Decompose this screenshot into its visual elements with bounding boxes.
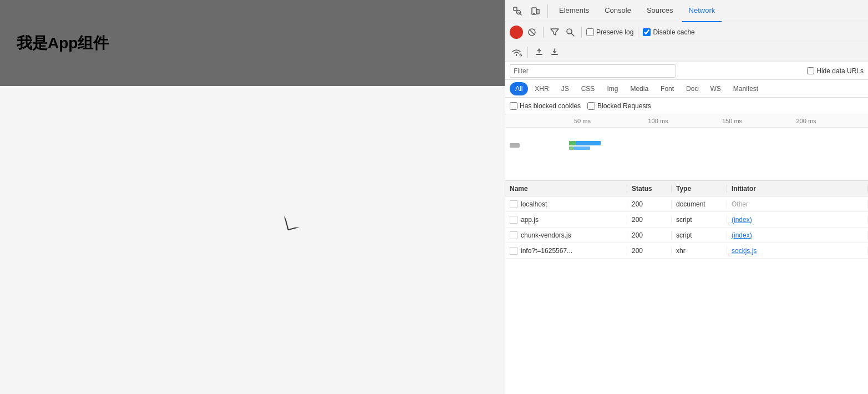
devtools-topbar: Elements Console Sources Network	[505, 0, 868, 22]
filter-input[interactable]	[510, 64, 676, 78]
tab-elements[interactable]: Elements	[552, 0, 596, 22]
blocked-requests-label[interactable]: Blocked Requests	[587, 102, 651, 110]
table-row[interactable]: localhost200documentOther	[505, 196, 868, 212]
file-icon	[510, 200, 517, 208]
has-blocked-cookies-checkbox[interactable]	[510, 102, 517, 110]
has-blocked-cookies-text: Has blocked cookies	[520, 102, 581, 110]
blocked-requests-checkbox[interactable]	[587, 102, 595, 110]
app-title: 我是App组件	[17, 33, 109, 54]
td-status: 200	[627, 231, 672, 239]
svg-rect-17	[569, 141, 576, 145]
preserve-log-checkbox[interactable]	[586, 28, 594, 36]
disable-cache-text: Disable cache	[653, 28, 694, 36]
timeline-area: 50 ms100 ms150 ms200 ms	[505, 114, 868, 181]
table-body: localhost200documentOtherapp.js200script…	[505, 196, 868, 259]
table-header: Name Status Type Initiator	[505, 181, 868, 196]
svg-rect-4	[537, 9, 539, 14]
toolbar-sep-3	[581, 27, 582, 38]
td-initiator: sockjs.js	[727, 247, 868, 255]
svg-rect-16	[510, 143, 520, 148]
toolbar-sep-4	[638, 27, 638, 38]
app-body	[0, 86, 505, 394]
td-type: script	[672, 231, 727, 239]
td-name: app.js	[505, 216, 627, 224]
td-status: 200	[627, 216, 672, 224]
import-har-button[interactable]	[532, 46, 546, 59]
filter-bar: Hide data URLs	[505, 62, 868, 80]
svg-line-9	[571, 33, 574, 36]
type-filter-css[interactable]: CSS	[576, 82, 601, 95]
network-table: Name Status Type Initiator localhost200d…	[505, 181, 868, 394]
td-initiator: Other	[727, 200, 868, 208]
timeline-tick: 150 ms	[720, 118, 794, 124]
timeline-tick: 200 ms	[794, 118, 869, 124]
type-filter-js[interactable]: JS	[556, 82, 575, 95]
timeline-header: 50 ms100 ms150 ms200 ms	[505, 114, 868, 128]
devtools-panel: Elements Console Sources Network	[505, 0, 868, 394]
hide-data-urls-checkbox[interactable]	[807, 67, 814, 74]
blocked-requests-text: Blocked Requests	[597, 102, 651, 110]
type-filter-media[interactable]: Media	[625, 82, 654, 95]
timeline-content	[505, 128, 868, 181]
timeline-tick: 50 ms	[572, 118, 646, 124]
td-initiator: (index)	[727, 216, 868, 224]
preserve-log-label[interactable]: Preserve log	[586, 28, 633, 36]
has-blocked-cookies-label[interactable]: Has blocked cookies	[510, 102, 581, 110]
device-toolbar-button[interactable]	[527, 3, 543, 19]
type-filter-font[interactable]: Font	[655, 82, 679, 95]
svg-rect-14	[551, 54, 558, 55]
table-row[interactable]: info?t=1625567...200xhrsockjs.js	[505, 243, 868, 259]
td-name: chunk-vendors.js	[505, 231, 627, 239]
table-row[interactable]: chunk-vendors.js200script(index)	[505, 228, 868, 243]
disable-cache-checkbox[interactable]	[643, 28, 651, 36]
tab-sources[interactable]: Sources	[640, 0, 680, 22]
toolbar-sep-5	[527, 47, 528, 58]
td-status: 200	[627, 200, 672, 208]
file-icon	[510, 247, 517, 255]
svg-line-7	[530, 31, 534, 34]
type-filter-img[interactable]: Img	[601, 82, 623, 95]
type-filter-xhr[interactable]: XHR	[529, 82, 554, 95]
network-toolbar: Preserve log Disable cache	[505, 22, 868, 42]
filter-button[interactable]	[548, 26, 561, 39]
inspect-element-button[interactable]	[510, 3, 525, 19]
export-har-button[interactable]	[548, 46, 561, 59]
svg-rect-0	[514, 7, 517, 11]
svg-rect-18	[576, 141, 601, 145]
td-name: localhost	[505, 200, 627, 208]
preserve-log-text: Preserve log	[596, 28, 633, 36]
th-name: Name	[505, 185, 627, 193]
type-filter-manifest[interactable]: Manifest	[728, 82, 764, 95]
app-header: 我是App组件	[0, 0, 505, 86]
toolbar-sep-2	[543, 27, 544, 38]
type-filter-all[interactable]: All	[510, 82, 528, 95]
table-row[interactable]: app.js200script(index)	[505, 212, 868, 228]
hide-data-urls-text: Hide data URLs	[816, 67, 864, 75]
hide-data-urls-label[interactable]: Hide data URLs	[807, 67, 864, 75]
webpage-preview: 我是App组件	[0, 0, 505, 394]
td-status: 200	[627, 247, 672, 255]
td-type: xhr	[672, 247, 727, 255]
svg-rect-19	[569, 147, 573, 150]
td-type: script	[672, 216, 727, 224]
network-toolbar2	[505, 42, 868, 62]
td-type: document	[672, 200, 727, 208]
td-name: info?t=1625567...	[505, 247, 627, 255]
search-button[interactable]	[564, 26, 577, 39]
type-filter-doc[interactable]: Doc	[681, 82, 703, 95]
th-initiator: Initiator	[727, 185, 868, 193]
th-status: Status	[627, 185, 672, 193]
tab-console[interactable]: Console	[598, 0, 638, 22]
svg-rect-20	[573, 147, 590, 150]
cookie-filter-bar: Has blocked cookies Blocked Requests	[505, 98, 868, 114]
type-filter-ws[interactable]: WS	[704, 82, 726, 95]
file-icon	[510, 231, 517, 239]
clear-button[interactable]	[525, 26, 539, 39]
tab-network[interactable]: Network	[682, 0, 722, 22]
td-initiator: (index)	[727, 231, 868, 239]
record-button[interactable]	[510, 26, 523, 39]
svg-rect-12	[536, 54, 542, 55]
type-filter-bar: AllXHRJSCSSImgMediaFontDocWSManifest	[505, 80, 868, 98]
disable-cache-label[interactable]: Disable cache	[643, 28, 694, 36]
network-throttle-button[interactable]	[510, 46, 523, 59]
